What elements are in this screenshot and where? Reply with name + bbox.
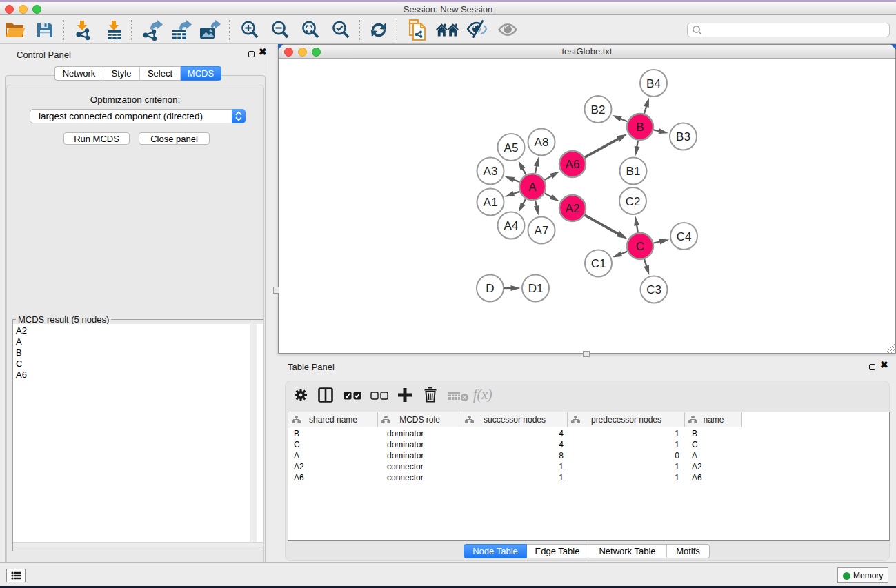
svg-text:C4: C4 [677, 230, 692, 243]
svg-text:A6: A6 [566, 158, 580, 171]
svg-text:C3: C3 [646, 283, 661, 296]
svg-text:B2: B2 [591, 103, 606, 116]
svg-text:C2: C2 [626, 195, 641, 208]
svg-text:A3: A3 [484, 165, 498, 178]
svg-text:D: D [486, 282, 494, 295]
svg-text:B1: B1 [626, 165, 641, 178]
svg-text:A2: A2 [566, 202, 580, 215]
svg-text:A5: A5 [504, 141, 519, 154]
svg-text:B4: B4 [646, 77, 661, 90]
svg-text:D1: D1 [528, 282, 544, 295]
svg-text:A8: A8 [535, 136, 549, 149]
svg-text:A7: A7 [535, 224, 549, 237]
svg-text:A: A [528, 181, 537, 194]
svg-text:A4: A4 [504, 219, 519, 232]
svg-text:C: C [636, 240, 644, 253]
svg-text:B: B [636, 121, 644, 134]
svg-text:C1: C1 [591, 257, 606, 270]
svg-text:B3: B3 [676, 130, 690, 143]
svg-text:A1: A1 [484, 196, 498, 209]
